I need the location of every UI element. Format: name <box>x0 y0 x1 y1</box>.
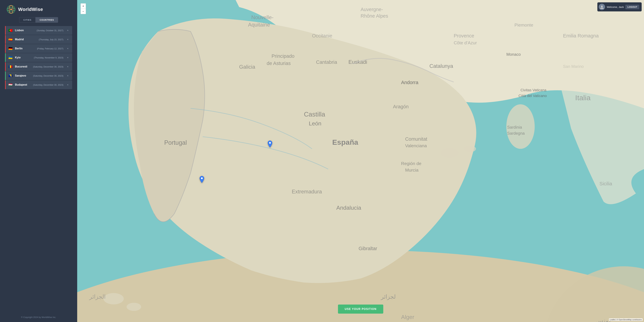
city-date: (Saturday, December 30, 2023) <box>33 75 64 77</box>
list-item: 🇧🇦 Sarajevo (Saturday, December 30, 2023… <box>5 71 72 80</box>
svg-text:Principado: Principado <box>272 53 294 59</box>
city-date: (Sunday, October 31, 2027) <box>36 29 63 32</box>
city-flag: 🇩🇪 <box>8 47 12 51</box>
list-item: 🇭🇺 Budapest (Saturday, December 30, 2023… <box>5 80 72 89</box>
sidebar-header: WorldWise <box>0 0 77 17</box>
svg-text:León: León <box>309 120 321 127</box>
list-item: 🇪🇸 Madrid (Thursday, July 15, 2027) × <box>5 35 72 44</box>
svg-text:Provence: Provence <box>454 33 474 39</box>
svg-text:Extremadura: Extremadura <box>292 189 322 195</box>
user-badge: Welcome, Jack LOGOUT <box>597 2 642 12</box>
use-position-button[interactable]: USE YOUR POSITION <box>338 304 383 313</box>
city-date: (Thursday, July 15, 2027) <box>39 38 63 41</box>
svg-text:Andorra: Andorra <box>401 80 418 85</box>
svg-point-4 <box>10 9 12 10</box>
tab-countries[interactable]: COUNTRIES <box>36 17 58 23</box>
svg-point-63 <box>201 177 203 179</box>
tab-cities[interactable]: CITIES <box>19 17 36 23</box>
city-date: (Saturday, December 30, 2023) <box>33 84 64 86</box>
svg-text:Catalunya: Catalunya <box>430 63 453 69</box>
list-item: 🇵🇹 Lisbon (Sunday, October 31, 2027) × <box>5 26 72 35</box>
city-name: Lisbon <box>15 29 36 32</box>
remove-city-button[interactable]: × <box>66 38 70 41</box>
lisbon-pin[interactable] <box>199 176 204 183</box>
footer-copyright: © Copyright 2024 by WorldWise Inc. <box>21 316 56 318</box>
svg-text:de Asturias: de Asturias <box>267 61 290 66</box>
svg-text:Sicilia: Sicilia <box>600 181 612 186</box>
svg-text:Valenciana: Valenciana <box>405 143 427 148</box>
city-flag: 🇷🇴 <box>8 65 12 69</box>
map-container[interactable]: Castilla León España Portugal Extremadur… <box>77 0 644 322</box>
svg-text:Galicia: Galicia <box>239 64 255 70</box>
map-background: Castilla León España Portugal Extremadur… <box>77 0 644 322</box>
svg-text:Murcia: Murcia <box>405 168 418 173</box>
svg-text:Gibraltar: Gibraltar <box>358 246 377 251</box>
user-welcome: Welcome, Jack <box>607 6 624 9</box>
city-flag: 🇵🇹 <box>8 28 12 33</box>
avatar <box>599 4 605 10</box>
city-list: 🇵🇹 Lisbon (Sunday, October 31, 2027) × 🇪… <box>0 26 77 312</box>
remove-city-button[interactable]: × <box>66 56 70 59</box>
svg-text:Città del Vaticano: Città del Vaticano <box>518 94 547 98</box>
svg-text:الجزائر: الجزائر <box>89 293 106 300</box>
city-name: Madrid <box>15 38 39 41</box>
city-name: Sarajevo <box>15 74 33 77</box>
sidebar: WorldWise CITIES COUNTRIES 🇵🇹 Lisbon (Su… <box>0 0 77 322</box>
svg-point-64 <box>269 142 271 144</box>
city-date: (Friday, February 12, 2027) <box>37 47 64 50</box>
remove-city-button[interactable]: × <box>66 65 70 68</box>
remove-city-button[interactable]: × <box>66 83 70 87</box>
remove-city-button[interactable]: × <box>66 47 70 50</box>
map-controls: + − <box>80 3 86 14</box>
svg-point-44 <box>441 148 458 158</box>
remove-city-button[interactable]: × <box>66 74 70 77</box>
logout-button[interactable]: LOGOUT <box>625 5 639 9</box>
svg-text:لجزائر: لجزائر <box>380 293 396 300</box>
svg-text:Sardegna: Sardegna <box>507 131 525 136</box>
svg-text:Emilia Romagna: Emilia Romagna <box>563 33 599 39</box>
city-name: Berlin <box>15 47 37 50</box>
svg-point-46 <box>104 293 124 304</box>
svg-text:Región de: Región de <box>401 161 421 166</box>
zoom-in-button[interactable]: + <box>80 3 86 9</box>
list-item: 🇺🇦 Kyiv (Thursday, November 9, 2023) × <box>5 53 72 62</box>
svg-text:Sardinia: Sardinia <box>507 125 522 129</box>
app-title: WorldWise <box>18 7 43 12</box>
svg-text:Occitanie: Occitanie <box>312 33 332 39</box>
zoom-out-button[interactable]: − <box>80 9 86 14</box>
city-flag: 🇪🇸 <box>8 38 12 42</box>
svg-text:Civitas Vaticana: Civitas Vaticana <box>520 88 546 92</box>
city-flag: 🇺🇦 <box>8 56 12 60</box>
svg-point-62 <box>601 6 603 7</box>
city-date: (Saturday, December 30, 2023) <box>33 66 64 68</box>
list-item: 🇷🇴 Bucuresti (Saturday, December 30, 202… <box>5 62 72 71</box>
city-name: Kyiv <box>15 56 34 59</box>
svg-text:Andalucia: Andalucia <box>336 204 361 211</box>
map-attribution: Leaflet | © OpenStreetMap contributors <box>609 318 643 321</box>
list-item: 🇩🇪 Berlin (Friday, February 12, 2027) × <box>5 44 72 53</box>
svg-text:تونس: تونس <box>595 317 611 322</box>
svg-text:Rhône Alpes: Rhône Alpes <box>360 13 388 19</box>
city-flag: 🇭🇺 <box>8 83 12 87</box>
svg-text:Comunitat: Comunitat <box>405 136 427 142</box>
tab-bar: CITIES COUNTRIES <box>0 17 77 26</box>
city-flag: 🇧🇦 <box>8 74 12 78</box>
svg-text:Italia: Italia <box>575 94 591 102</box>
svg-text:Nouvelle-: Nouvelle- <box>251 15 274 21</box>
app-logo <box>7 5 16 14</box>
svg-text:Côte d'Azur: Côte d'Azur <box>454 40 477 45</box>
madrid-pin[interactable] <box>267 140 273 148</box>
svg-text:Castilla: Castilla <box>304 111 325 118</box>
svg-text:Veneto: Veneto <box>604 0 620 0</box>
city-name: Bucuresti <box>15 65 33 68</box>
svg-text:Monaco: Monaco <box>506 52 521 57</box>
svg-text:Portugal: Portugal <box>164 139 187 146</box>
svg-text:España: España <box>332 138 358 146</box>
svg-text:Alger: Alger <box>401 314 414 320</box>
svg-text:Aquitaine: Aquitaine <box>248 22 270 28</box>
svg-point-47 <box>126 303 141 311</box>
svg-text:Aragón: Aragón <box>393 104 408 109</box>
svg-point-45 <box>464 146 476 152</box>
svg-text:Piemonte: Piemonte <box>514 23 533 28</box>
remove-city-button[interactable]: × <box>66 29 70 32</box>
